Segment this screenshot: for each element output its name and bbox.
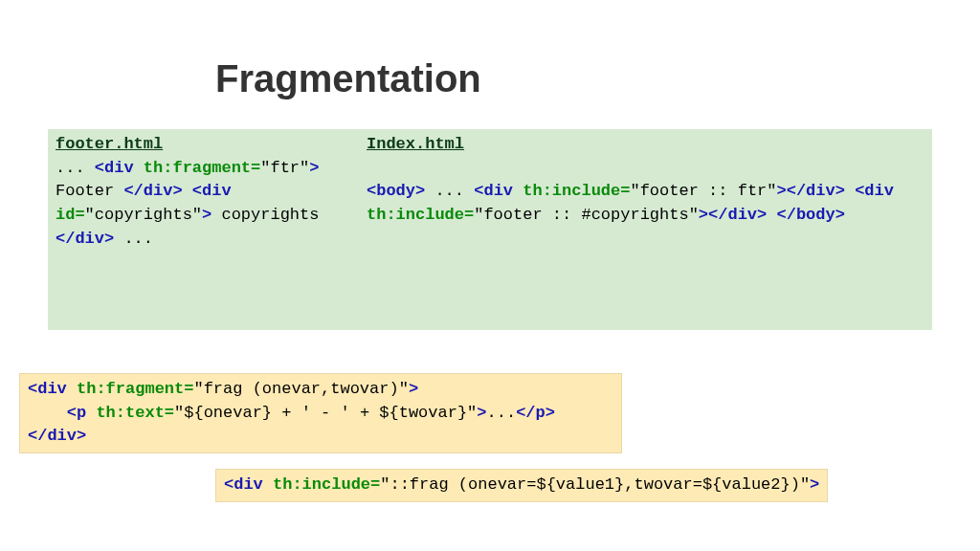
code-text: "ftr" bbox=[260, 159, 309, 177]
code-text: copyrights bbox=[221, 206, 319, 224]
code-text: th:text= bbox=[96, 404, 174, 422]
code-text: <div bbox=[28, 380, 77, 398]
code-text: "footer :: ftr" bbox=[630, 182, 776, 200]
code-text: > bbox=[309, 159, 319, 177]
code-text: th:fragment= bbox=[77, 380, 193, 398]
code-text: <div bbox=[224, 475, 273, 494]
code-text: > bbox=[810, 475, 819, 494]
code-text: "${onevar} + ' - ' + ${twovar}" bbox=[174, 404, 477, 422]
code-text: "footer :: #copyrights" bbox=[474, 206, 699, 224]
code-text: ... bbox=[434, 182, 464, 200]
code-text: <div bbox=[95, 159, 144, 177]
code-text: </div> bbox=[56, 230, 114, 248]
code-text: </div> bbox=[708, 206, 767, 224]
code-text: ... bbox=[56, 159, 85, 177]
code-text: th:include= bbox=[273, 475, 380, 494]
code-text: </div> bbox=[787, 182, 845, 200]
code-text: </div> bbox=[123, 182, 182, 200]
code-text: <p bbox=[28, 404, 96, 422]
code-text: > bbox=[477, 404, 486, 422]
code-text: id= bbox=[56, 206, 85, 224]
code-text: <div bbox=[474, 182, 523, 200]
code-text: "copyrights" bbox=[85, 206, 202, 224]
code-text: "frag (onevar,twovar)" bbox=[193, 380, 408, 398]
filename-footer: footer.html bbox=[56, 133, 351, 157]
code-text: </body> bbox=[776, 206, 844, 224]
code-text: > bbox=[777, 182, 787, 200]
code-text: th:fragment= bbox=[144, 159, 260, 177]
code-column-index: Index.html <body> ... <div th:include="f… bbox=[359, 129, 932, 330]
code-text: > bbox=[699, 206, 708, 224]
page-title: Fragmentation bbox=[215, 57, 481, 100]
code-text: <div bbox=[855, 182, 894, 200]
code-text: th:include= bbox=[367, 206, 474, 224]
code-text: <div bbox=[192, 182, 232, 200]
code-block-yellow-2: <div th:include="::frag (onevar=${value1… bbox=[215, 469, 828, 502]
code-text: </div> bbox=[28, 427, 86, 445]
code-text: <body> bbox=[367, 182, 425, 200]
code-text: </p> bbox=[516, 404, 555, 422]
code-text: Footer bbox=[56, 182, 114, 200]
code-text: ... bbox=[123, 230, 153, 248]
code-text: "::frag (onevar=${value1},twovar=${value… bbox=[380, 475, 810, 494]
code-text: ... bbox=[487, 404, 517, 422]
filename-index: Index.html bbox=[367, 133, 924, 157]
code-text: > bbox=[202, 206, 212, 224]
code-block-green: footer.html ... <div th:fragment="ftr"> … bbox=[48, 129, 932, 330]
code-text: th:include= bbox=[523, 182, 630, 200]
code-text: > bbox=[409, 380, 418, 398]
code-block-yellow-1: <div th:fragment="frag (onevar,twovar)">… bbox=[19, 373, 622, 453]
code-column-footer: footer.html ... <div th:fragment="ftr"> … bbox=[48, 129, 359, 330]
